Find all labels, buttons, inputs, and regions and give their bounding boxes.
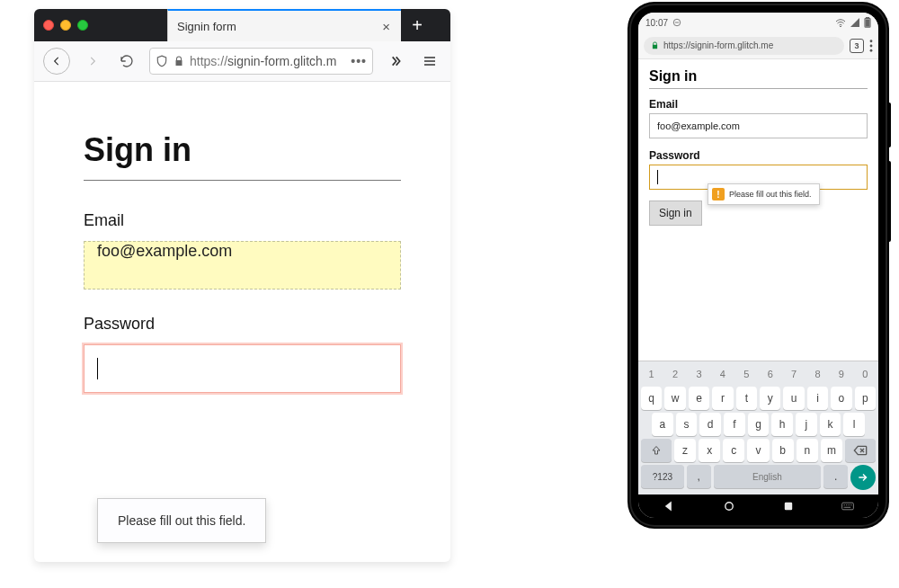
key-4[interactable]: 4 <box>712 364 733 384</box>
wifi-icon <box>835 18 846 27</box>
key-f[interactable]: f <box>724 413 745 436</box>
lock-icon[interactable] <box>174 56 184 67</box>
key-j[interactable]: j <box>796 413 817 436</box>
email-label: Email <box>84 211 401 230</box>
svg-rect-3 <box>867 17 869 19</box>
key-g[interactable]: g <box>748 413 770 436</box>
key-1[interactable]: 1 <box>641 364 662 384</box>
key-x[interactable]: x <box>699 439 720 462</box>
password-label: Password <box>84 315 401 334</box>
space-key[interactable]: English <box>714 465 821 488</box>
address-bar[interactable]: https://signin-form.glitch.m ••• <box>149 48 373 75</box>
backspace-key[interactable] <box>845 439 876 462</box>
mobile-page-content: Sign in Email foo@example.com Password S… <box>638 59 878 226</box>
svg-point-6 <box>870 44 873 47</box>
key-a[interactable]: a <box>652 413 673 436</box>
key-z[interactable]: z <box>674 439 696 462</box>
mobile-validation-message: Please fill out this field. <box>729 190 812 199</box>
maximize-window-button[interactable] <box>77 20 88 31</box>
tab-count-button[interactable]: 3 <box>850 39 864 53</box>
enter-key[interactable] <box>850 465 876 490</box>
key-d[interactable]: d <box>699 413 721 436</box>
shift-key[interactable] <box>641 439 672 462</box>
key-9[interactable]: 9 <box>831 364 851 384</box>
browser-tab[interactable]: Signin form × <box>167 9 401 41</box>
minimize-window-button[interactable] <box>60 20 71 31</box>
key-w[interactable]: w <box>664 387 685 410</box>
text-cursor <box>657 170 658 184</box>
tracking-shield-icon[interactable] <box>156 55 168 67</box>
key-s[interactable]: s <box>676 413 698 436</box>
hamburger-menu-button[interactable] <box>418 49 441 73</box>
key-u[interactable]: u <box>783 387 804 410</box>
mobile-page-heading: Sign in <box>649 68 868 89</box>
svg-rect-4 <box>866 20 869 26</box>
key-k[interactable]: k <box>820 413 841 436</box>
key-8[interactable]: 8 <box>807 364 828 384</box>
password-field[interactable] <box>84 344 401 393</box>
kebab-menu-button[interactable] <box>869 40 873 52</box>
mobile-browser-toolbar: https://signin-form.glitch.me 3 <box>638 32 878 59</box>
window-titlebar: Signin form × + <box>34 9 450 41</box>
desktop-browser-window: Signin form × + https://signin-form.glit… <box>34 9 450 562</box>
key-n[interactable]: n <box>797 439 818 462</box>
key-5[interactable]: 5 <box>736 364 757 384</box>
key-2[interactable]: 2 <box>664 364 685 384</box>
key-t[interactable]: t <box>736 387 757 410</box>
soft-keyboard: 1234567890 qwertyuiop asdfghjkl zxcvbnm … <box>638 361 878 494</box>
key-h[interactable]: h <box>771 413 793 436</box>
key-6[interactable]: 6 <box>760 364 780 384</box>
battery-icon <box>864 17 871 28</box>
phone-frame: 10:07 htt <box>629 4 887 527</box>
key-m[interactable]: m <box>821 439 842 462</box>
key-v[interactable]: v <box>747 439 769 462</box>
key-i[interactable]: i <box>807 387 828 410</box>
new-tab-button[interactable]: + <box>401 9 433 41</box>
svg-point-8 <box>725 503 733 510</box>
key-o[interactable]: o <box>831 387 851 410</box>
key-0[interactable]: 0 <box>855 364 876 384</box>
forward-button[interactable] <box>81 49 104 73</box>
symbols-key[interactable]: ?123 <box>641 465 684 488</box>
android-nav-bar <box>638 494 878 518</box>
page-actions-button[interactable]: ••• <box>351 54 367 68</box>
nav-keyboard-switch-button[interactable] <box>841 502 854 511</box>
warning-icon: ! <box>712 188 725 200</box>
key-7[interactable]: 7 <box>783 364 804 384</box>
reload-button[interactable] <box>115 49 138 73</box>
back-button[interactable] <box>43 48 70 75</box>
nav-recents-button[interactable] <box>783 501 794 512</box>
mobile-email-field[interactable]: foo@example.com <box>649 113 868 138</box>
mobile-email-value: foo@example.com <box>657 120 740 131</box>
key-b[interactable]: b <box>772 439 794 462</box>
svg-point-7 <box>870 49 873 51</box>
validation-message: Please fill out this field. <box>118 513 245 528</box>
svg-point-5 <box>870 40 873 42</box>
period-key[interactable]: . <box>823 465 848 488</box>
sign-in-button[interactable]: Sign in <box>649 200 702 226</box>
status-time: 10:07 <box>645 18 668 28</box>
lock-icon <box>651 41 659 49</box>
overflow-chevron-button[interactable] <box>384 49 407 73</box>
svg-rect-9 <box>785 503 792 510</box>
mobile-password-label: Password <box>649 149 868 162</box>
close-tab-button[interactable]: × <box>380 19 392 34</box>
key-3[interactable]: 3 <box>689 364 709 384</box>
key-e[interactable]: e <box>689 387 709 410</box>
key-c[interactable]: c <box>723 439 744 462</box>
comma-key[interactable]: , <box>687 465 711 488</box>
email-value: foo@example.com <box>97 242 232 260</box>
key-l[interactable]: l <box>843 413 865 436</box>
nav-back-button[interactable] <box>663 500 675 512</box>
key-p[interactable]: p <box>855 387 876 410</box>
nav-home-button[interactable] <box>723 500 735 512</box>
window-controls <box>41 9 95 41</box>
svg-rect-10 <box>842 503 854 510</box>
email-field[interactable]: foo@example.com <box>84 241 401 290</box>
browser-toolbar: https://signin-form.glitch.m ••• <box>34 41 450 82</box>
key-q[interactable]: q <box>641 387 662 410</box>
close-window-button[interactable] <box>43 20 54 31</box>
key-r[interactable]: r <box>712 387 733 410</box>
mobile-address-bar[interactable]: https://signin-form.glitch.me <box>644 37 844 55</box>
key-y[interactable]: y <box>760 387 780 410</box>
